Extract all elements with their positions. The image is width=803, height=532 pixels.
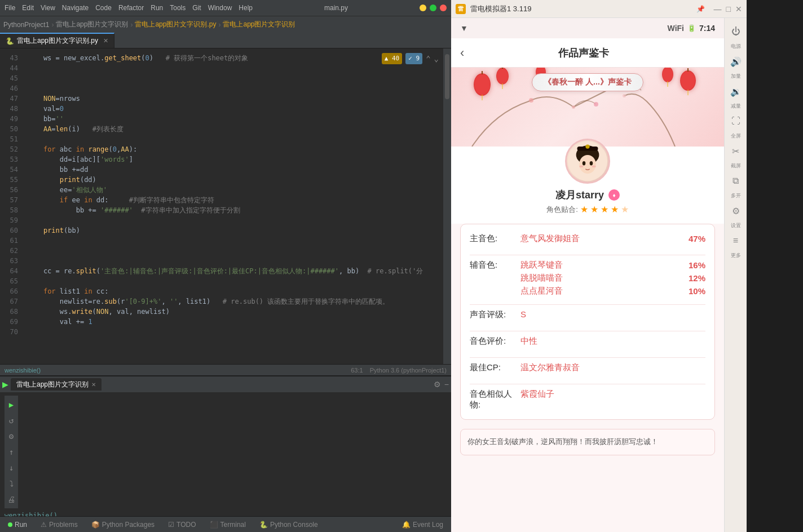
rating-grade-label: 声音评级:: [470, 309, 520, 320]
breadcrumb-file2[interactable]: 雷电上app图片文字识别.py: [135, 20, 216, 29]
todo-status-item[interactable]: ☑ TODO: [165, 520, 199, 530]
emulator-title: 雷电模拟器1 3.119: [470, 4, 692, 14]
svg-point-7: [585, 144, 589, 148]
collapse-warnings[interactable]: ⌄: [434, 54, 439, 64]
code-area[interactable]: 43 44 45 46 47 48 49 50 51 52 53 54 55 5…: [0, 48, 451, 375]
python-console-icon: 🐍: [259, 521, 268, 529]
sub-color-value-row-2: 点点星河音 10%: [520, 286, 705, 296]
bottom-tab-bar: ▶ 雷电上app图片文字识别 ✕ ⚙ −: [0, 376, 451, 392]
svg-point-1: [572, 105, 575, 109]
sub-color-value-1: 跳脱喵喵音: [520, 273, 563, 283]
svg-point-12: [592, 165, 595, 167]
breadcrumb-project[interactable]: PythonProject1: [3, 21, 49, 29]
signal-area: ▼: [460, 24, 468, 33]
warning-count[interactable]: ▲ 40: [382, 53, 403, 64]
scroll-up-button[interactable]: ↑: [5, 445, 18, 459]
menu-edit[interactable]: Edit: [22, 4, 34, 12]
emu-multiopen-button[interactable]: ⧉: [727, 172, 745, 190]
maximize-button[interactable]: [430, 5, 436, 11]
python-version: Python 3.6 (pythonProject1): [370, 367, 447, 374]
title-bar: File Edit View Navigate Code Refactor Ru…: [0, 0, 451, 16]
svg-point-3: [623, 94, 626, 97]
breadcrumb-file1[interactable]: 雷电上app图片文字识别: [56, 20, 128, 29]
info-count[interactable]: ✓ 9: [405, 53, 422, 64]
emu-power-button[interactable]: ⏻: [727, 23, 745, 41]
run-status-label: Run: [15, 521, 27, 529]
python-packages-status-item[interactable]: 📦 Python Packages: [88, 520, 158, 530]
breadcrumb-sep1: ›: [51, 21, 54, 29]
terminal-icon: ⬛: [210, 521, 218, 529]
run-tools: ▶ ↺ ⚙ ↑ ↓ ⤵ 🖨: [5, 396, 18, 508]
menu-git[interactable]: Git: [192, 4, 201, 12]
nav-bar: PythonProject1 › 雷电上app图片文字识别 › 雷电上app图片…: [0, 16, 451, 33]
emu-power-label: 电源: [727, 43, 745, 50]
emu-volume-up-button[interactable]: 🔊: [727, 52, 745, 70]
banner-area: 《春秋一醉 人...》声鉴卡: [451, 68, 724, 147]
divider-2: [470, 304, 705, 305]
emu-volume-down-button[interactable]: 🔉: [727, 82, 745, 100]
star-5: ★: [621, 204, 629, 215]
wrap-button[interactable]: ⤵: [5, 477, 18, 490]
run-again-button[interactable]: ▶: [5, 398, 18, 411]
code-editor[interactable]: ws = new_excel.get_sheet(0) # 获得第一个sheet…: [23, 48, 443, 364]
menu-run[interactable]: Run: [151, 4, 163, 12]
code-scroll[interactable]: 43 44 45 46 47 48 49 50 51 52 53 54 55 5…: [0, 48, 451, 364]
svg-point-10: [590, 161, 593, 165]
menu-view[interactable]: View: [41, 4, 55, 12]
battery-icon: 🔋: [687, 24, 696, 32]
file-tab-active[interactable]: 🐍 雷电上app图片文字识别.py ✕: [0, 33, 114, 48]
bottom-settings-button[interactable]: ⚙: [434, 380, 441, 389]
emu-minimize-button[interactable]: —: [714, 5, 722, 14]
bottom-minimize-button[interactable]: −: [444, 380, 449, 389]
run-tab-label: 雷电上app图片文字识别: [16, 380, 89, 389]
emu-settings-button[interactable]: ⚙: [727, 202, 745, 220]
tab-close-button[interactable]: ✕: [103, 37, 108, 45]
phone-scrollable[interactable]: 《春秋一醉 人...》声鉴卡: [451, 68, 724, 532]
run-status-item[interactable]: Run: [5, 520, 30, 530]
run-output: ▶ ↺ ⚙ ↑ ↓ ⤵ 🖨 wenzishibie(): [0, 392, 451, 516]
code-scrollbar[interactable]: [443, 48, 451, 364]
event-log-status-item[interactable]: 🔔 Event Log: [399, 520, 447, 530]
menu-refactor[interactable]: Refactor: [118, 4, 144, 12]
emu-volume-up-label: 加量: [727, 73, 745, 80]
rerun-button[interactable]: ↺: [5, 414, 18, 427]
emu-close-button[interactable]: ✕: [735, 5, 742, 14]
menu-file[interactable]: File: [5, 4, 15, 12]
terminal-status-item[interactable]: ⬛ Terminal: [206, 520, 249, 530]
emu-more-button[interactable]: ≡: [727, 232, 745, 250]
emulator-title-bar: 雷 雷电模拟器1 3.119 📌 — □ ✕: [451, 0, 747, 18]
python-console-status-item[interactable]: 🐍 Python Console: [256, 520, 321, 530]
emulator-window-controls: — □ ✕: [714, 5, 742, 14]
scroll-thumb[interactable]: [445, 54, 449, 99]
expand-warnings[interactable]: ⌃: [426, 54, 430, 64]
best-cp-value: 温文尔雅青叔音: [520, 362, 580, 373]
scroll-down-button[interactable]: ↓: [5, 461, 18, 475]
run-tab-close[interactable]: ✕: [91, 382, 96, 388]
divider-5: [470, 384, 705, 384]
menu-navigate[interactable]: Navigate: [62, 4, 89, 12]
emu-maximize-button[interactable]: □: [726, 5, 731, 14]
close-button[interactable]: [440, 5, 447, 11]
emulator-pin-button[interactable]: 📌: [696, 5, 705, 13]
menu-window[interactable]: Window: [208, 4, 232, 12]
phone-screen: ▼ WiFi 🔋 7:14 ‹ 作品声鉴卡: [451, 18, 724, 532]
problems-status-item[interactable]: ⚠ Problems: [37, 520, 81, 530]
menu-help[interactable]: Help: [239, 4, 253, 12]
menu-tools[interactable]: Tools: [170, 4, 186, 12]
run-icon: ▶: [2, 380, 8, 389]
phone-content[interactable]: 《春秋一醉 人...》声鉴卡: [451, 68, 724, 532]
best-cp-row: 最佳CP: 温文尔雅青叔音: [470, 362, 705, 376]
breadcrumb-file3[interactable]: 雷电上app图片文字识别: [223, 20, 295, 29]
back-button[interactable]: ‹: [460, 46, 464, 60]
settings-button[interactable]: ⚙: [5, 429, 18, 443]
minimize-button[interactable]: [420, 5, 426, 11]
warning-bar[interactable]: ▲ 40 ✓ 9 ⌃ ⌄: [382, 53, 439, 64]
emu-screenshot-button[interactable]: ✂: [727, 142, 745, 160]
menu-code[interactable]: Code: [95, 4, 112, 12]
emu-fullscreen-button[interactable]: ⛶: [727, 112, 745, 130]
avatar: [565, 139, 610, 184]
comment-box: 你的女王音划破声浪，逆风而翔翔！而我披肝沥胆写忠诚！: [460, 429, 715, 455]
print-button[interactable]: 🖨: [5, 493, 18, 506]
run-tab[interactable]: 雷电上app图片文字识别 ✕: [11, 378, 102, 391]
rating-grade-row: 声音评级: S: [470, 309, 705, 323]
